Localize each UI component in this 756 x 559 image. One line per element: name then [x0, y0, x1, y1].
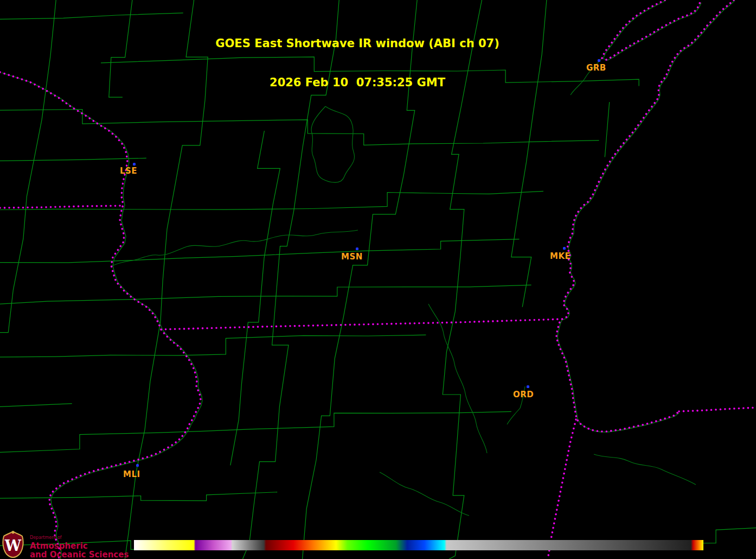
uw-aos-logo: W Department of Atmospheric and Oceanic … [1, 531, 129, 559]
station-label-ord: ORD [513, 390, 534, 399]
station-label-msn: MSN [341, 252, 363, 262]
county-line [230, 131, 280, 465]
county-line [0, 335, 426, 357]
county-line [0, 404, 72, 407]
station-label-grb: GRB [586, 63, 606, 73]
station-dot-ord [527, 385, 529, 388]
station-label-lse: LSE [120, 166, 137, 176]
river-kankakee [594, 454, 696, 485]
logo-name-line2: and Oceanic Sciences [30, 550, 129, 559]
shoreline-green-bay [603, 1, 701, 60]
county-line [0, 492, 277, 501]
county-line [0, 411, 511, 452]
uw-crest-icon: W [1, 531, 25, 558]
county-line [0, 13, 183, 20]
temperature-colorbar [134, 540, 703, 550]
river-wisconsin [112, 230, 358, 266]
state-border-in-mi [679, 408, 756, 411]
river-illinois [380, 472, 469, 516]
logo-name-line1: Atmospheric [30, 542, 129, 550]
station-dot-msn [356, 247, 358, 250]
title-line-timestamp: 2026 Feb 10 07:35:25 GMT [215, 76, 499, 89]
station-dot-mke [563, 247, 566, 250]
shoreline-lake-michigan [558, 1, 735, 432]
station-dot-grb [598, 59, 600, 62]
station-dot-lse [133, 163, 136, 166]
station-label-mli: MLI [123, 469, 140, 479]
shoreline-mississippi [2, 73, 202, 559]
image-title: GOES East Shortwave IR window (ABI ch 07… [215, 11, 499, 115]
state-border-il-in [548, 420, 576, 559]
logo-text: Department of Atmospheric and Oceanic Sc… [30, 531, 129, 559]
station-label-mke: MKE [550, 251, 571, 261]
river-flowage [311, 106, 355, 182]
county-line [0, 239, 519, 263]
shoreline-border-green-bay [602, 0, 700, 60]
shoreline-border-lake-michigan [556, 0, 734, 431]
county-line [0, 158, 146, 161]
county-line [605, 102, 609, 157]
state-border-wi-il [161, 319, 560, 329]
satellite-image-viewport: GRBLSEMSNMKEORDMLI GOES East Shortwave I… [0, 0, 756, 559]
state-border-mn-ia [0, 206, 123, 208]
county-line [511, 0, 547, 307]
county-line [0, 191, 543, 209]
logo-dept-label: Department of [30, 536, 129, 540]
crest-letter: W [4, 537, 22, 554]
station-dot-mli [136, 464, 139, 467]
state-border-mississippi-river [0, 72, 201, 559]
title-line-product: GOES East Shortwave IR window (ABI ch 07… [215, 37, 499, 50]
crest-finial [12, 531, 15, 534]
county-line [0, 285, 531, 304]
